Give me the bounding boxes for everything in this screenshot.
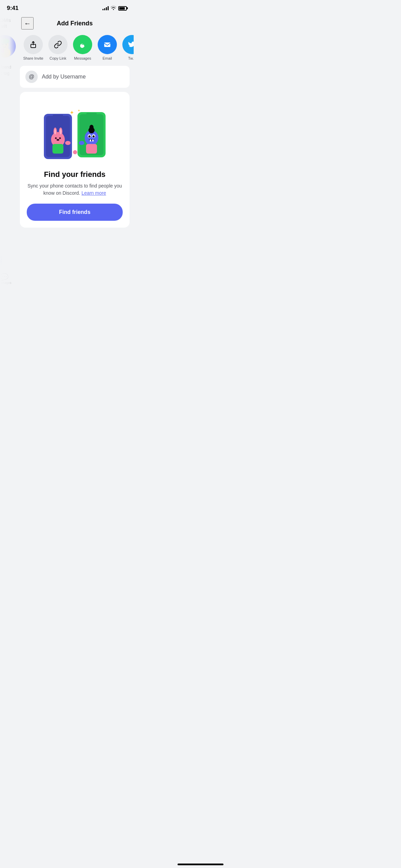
- svg-point-26: [57, 139, 59, 141]
- status-time: 9:41: [7, 5, 19, 12]
- svg-rect-27: [52, 144, 63, 154]
- svg-point-43: [73, 150, 77, 154]
- svg-point-42: [79, 141, 84, 145]
- copy-link-item[interactable]: Copy Link: [46, 35, 70, 60]
- svg-point-35: [88, 135, 90, 137]
- phones-svg: ✦ ✦ ✦: [40, 107, 109, 162]
- wifi-icon: [111, 6, 116, 11]
- share-invite-label: Share Invite: [23, 56, 44, 60]
- svg-point-28: [65, 141, 71, 145]
- back-arrow-icon: ←: [24, 20, 31, 27]
- svg-rect-31: [86, 113, 97, 115]
- svg-rect-37: [90, 140, 91, 142]
- header: ← Add Friends: [16, 14, 134, 34]
- svg-rect-18: [53, 114, 63, 117]
- share-invite-icon[interactable]: [24, 35, 43, 54]
- find-friends-card: ✦ ✦ ✦: [20, 92, 130, 228]
- svg-point-36: [93, 135, 95, 137]
- battery-icon: [118, 6, 127, 11]
- status-bar: 9:41: [0, 0, 134, 14]
- email-share-label: Email: [102, 56, 112, 60]
- find-friends-button[interactable]: Find friends: [27, 204, 123, 221]
- username-placeholder: Add by Username: [42, 74, 86, 80]
- copy-link-label: Copy Link: [50, 56, 66, 60]
- messages-share-label: Messages: [74, 56, 91, 60]
- email-share-icon[interactable]: [98, 35, 117, 54]
- svg-point-11: [83, 44, 84, 45]
- svg-point-40: [89, 125, 94, 130]
- svg-point-23: [60, 129, 62, 134]
- phones-illustration: ✦ ✦ ✦: [27, 100, 123, 170]
- twitter-share-item[interactable]: Tw...: [120, 35, 134, 60]
- left-panel: DMs wit your friend music tog Ad 💬 Messa…: [0, 14, 16, 287]
- email-share-item[interactable]: Email: [95, 35, 119, 60]
- copy-link-icon[interactable]: [48, 35, 68, 54]
- share-row: Share Invite Copy Link: [16, 34, 134, 66]
- messages-share-icon[interactable]: [73, 35, 92, 54]
- find-friends-description: Sync your phone contacts to find people …: [27, 182, 123, 197]
- svg-point-24: [55, 137, 57, 139]
- back-button[interactable]: ←: [21, 17, 34, 29]
- find-friends-title: Find your friends: [27, 170, 123, 179]
- twitter-share-icon[interactable]: [122, 35, 134, 54]
- svg-point-22: [54, 129, 56, 134]
- svg-text:✦: ✦: [77, 109, 80, 112]
- svg-point-25: [59, 137, 61, 139]
- signal-icon: [102, 6, 109, 10]
- username-input[interactable]: @ Add by Username: [20, 66, 130, 88]
- at-symbol-icon: @: [25, 71, 38, 83]
- share-invite-item[interactable]: Share Invite: [21, 35, 45, 60]
- add-friends-panel: ← Add Friends Share Invite: [16, 14, 134, 287]
- messages-share-item[interactable]: Messages: [71, 35, 95, 60]
- svg-point-9: [82, 44, 82, 45]
- svg-rect-38: [92, 140, 94, 142]
- page-title: Add Friends: [34, 20, 116, 27]
- status-icons: [102, 6, 127, 11]
- svg-point-10: [82, 44, 83, 45]
- svg-rect-12: [104, 43, 110, 47]
- twitter-share-label: Tw...: [128, 56, 134, 60]
- svg-rect-41: [86, 144, 97, 154]
- learn-more-link[interactable]: Learn more: [82, 190, 106, 196]
